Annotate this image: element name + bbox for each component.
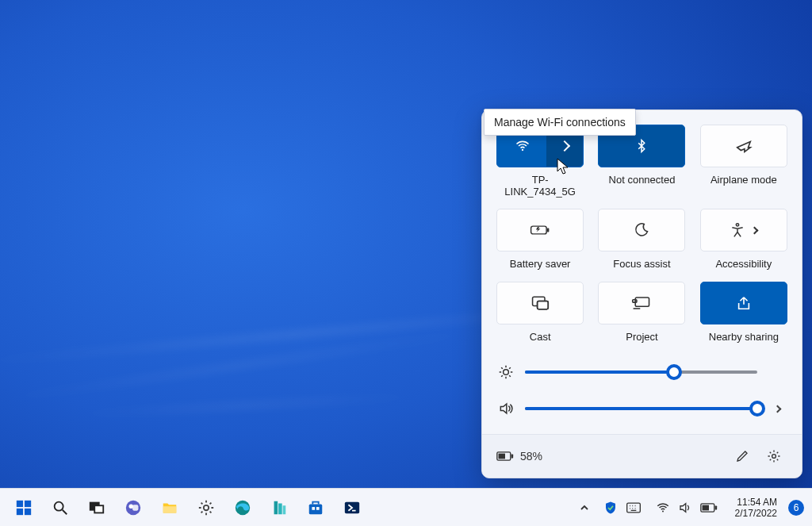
svg-point-35 — [662, 510, 664, 512]
svg-rect-5 — [538, 301, 549, 309]
brightness-slider-row — [498, 364, 786, 380]
svg-rect-28 — [278, 503, 282, 514]
project-label: Project — [626, 331, 657, 344]
volume-slider-row — [498, 401, 786, 417]
svg-point-0 — [522, 149, 523, 151]
nearby-sharing-label: Nearby sharing — [709, 331, 779, 344]
bluetooth-icon — [634, 137, 649, 155]
svg-rect-17 — [25, 508, 31, 514]
cast-label: Cast — [530, 331, 551, 344]
wifi-label: TP-LINK_7434_5G — [496, 174, 584, 198]
svg-rect-7 — [636, 298, 649, 306]
accessibility-label: Accessibility — [715, 258, 772, 271]
battery-icon — [496, 451, 514, 462]
focus-assist-tile[interactable] — [598, 209, 685, 251]
brightness-icon — [498, 364, 514, 380]
clock[interactable]: 11:54 AM 2/17/2022 — [732, 497, 780, 519]
clock-time: 11:54 AM — [735, 497, 777, 508]
gear-icon — [197, 499, 215, 516]
start-button[interactable] — [8, 492, 40, 524]
wifi-icon — [656, 501, 670, 515]
project-tile[interactable] — [598, 282, 685, 324]
wifi-icon — [515, 138, 530, 154]
svg-point-13 — [772, 455, 776, 459]
store-icon — [307, 499, 324, 516]
teams-icon — [124, 499, 142, 516]
settings-button[interactable] — [760, 443, 787, 470]
svg-rect-15 — [25, 500, 31, 506]
share-icon — [735, 295, 753, 311]
battery-percent: 58% — [520, 450, 542, 463]
volume-slider[interactable] — [525, 401, 757, 417]
svg-rect-32 — [316, 507, 320, 510]
panel-footer: 58% — [482, 434, 802, 478]
taskbar: 11:54 AM 2/17/2022 6 — [0, 488, 812, 526]
svg-rect-2 — [547, 228, 549, 232]
quick-settings-panel: Manage Wi-Fi connections TP-LINK_7434_5G — [481, 109, 802, 478]
svg-rect-20 — [94, 505, 103, 513]
svg-rect-29 — [283, 505, 286, 514]
svg-rect-34 — [626, 503, 640, 513]
keyboard-icon[interactable] — [626, 501, 642, 514]
edge-button[interactable] — [227, 492, 259, 524]
battery-status[interactable]: 58% — [496, 450, 542, 463]
office-icon — [270, 499, 288, 516]
svg-rect-14 — [17, 500, 23, 506]
volume-expand-button[interactable] — [768, 406, 786, 412]
gear-icon — [767, 449, 781, 463]
airplane-icon — [735, 137, 753, 155]
bluetooth-label: Not connected — [609, 174, 676, 186]
folder-icon — [161, 499, 178, 516]
battery-saver-icon — [530, 223, 550, 237]
file-explorer-button[interactable] — [154, 492, 186, 524]
system-tray-cluster[interactable] — [649, 497, 724, 518]
edit-button[interactable] — [729, 443, 756, 470]
battery-icon — [700, 502, 718, 513]
svg-rect-11 — [511, 454, 514, 458]
chevron-right-icon — [773, 405, 781, 413]
search-icon — [52, 499, 69, 516]
search-button[interactable] — [44, 492, 76, 524]
task-view-icon — [88, 499, 105, 516]
settings-app-button[interactable] — [190, 492, 222, 524]
store-button[interactable] — [300, 492, 331, 524]
focus-assist-label: Focus assist — [613, 258, 670, 271]
svg-rect-27 — [274, 501, 278, 514]
volume-icon — [498, 401, 514, 417]
powershell-icon — [343, 499, 361, 516]
tray-overflow-button[interactable] — [573, 492, 596, 524]
battery-saver-tile[interactable] — [496, 209, 584, 251]
svg-rect-12 — [499, 454, 505, 459]
battery-saver-label: Battery saver — [510, 258, 571, 271]
chevron-right-icon — [751, 226, 759, 234]
svg-rect-30 — [309, 504, 323, 514]
nearby-sharing-tile[interactable] — [700, 282, 787, 324]
chevron-right-icon — [559, 140, 570, 152]
airplane-tile[interactable] — [700, 125, 787, 167]
svg-rect-8 — [633, 300, 637, 302]
notification-badge[interactable]: 6 — [788, 500, 804, 516]
pencil-icon — [735, 449, 749, 463]
brightness-slider[interactable] — [525, 364, 757, 380]
accessibility-tile[interactable] — [700, 209, 787, 251]
windows-icon — [15, 499, 33, 516]
tooltip-text: Manage Wi-Fi connections — [494, 116, 626, 129]
office-button[interactable] — [263, 492, 295, 524]
powershell-button[interactable] — [336, 492, 368, 524]
task-view-button[interactable] — [81, 492, 113, 524]
svg-point-9 — [504, 370, 509, 375]
moon-icon — [634, 222, 649, 238]
svg-point-3 — [737, 224, 739, 226]
svg-rect-24 — [163, 506, 177, 513]
wifi-tooltip: Manage Wi-Fi connections — [484, 109, 636, 136]
security-icon[interactable] — [603, 501, 618, 515]
project-icon — [631, 295, 652, 311]
chevron-up-icon — [580, 503, 589, 513]
edge-icon — [234, 499, 251, 516]
cast-tile[interactable] — [496, 282, 584, 324]
mouse-cursor — [557, 158, 569, 175]
notification-count: 6 — [794, 502, 799, 513]
teams-button[interactable] — [117, 492, 149, 524]
airplane-label: Airplane mode — [710, 174, 777, 186]
svg-rect-38 — [702, 505, 708, 510]
